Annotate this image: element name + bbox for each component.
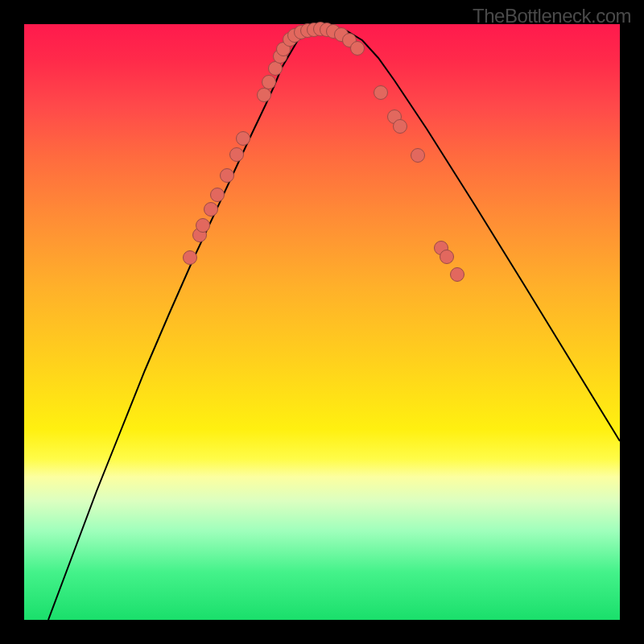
- curve-marker: [269, 62, 283, 76]
- curve-marker: [451, 268, 464, 282]
- curve-marker: [204, 203, 218, 217]
- curve-marker: [184, 251, 197, 265]
- curve-marker: [221, 169, 234, 183]
- curve-marker: [411, 149, 425, 163]
- curve-marker: [374, 86, 388, 100]
- curve-markers: [184, 23, 464, 282]
- chart-frame: TheBottleneck.com: [0, 0, 644, 644]
- curve-marker: [351, 42, 365, 56]
- curve-marker: [258, 89, 271, 102]
- curve-marker: [440, 250, 454, 264]
- curve-marker: [196, 219, 210, 233]
- bottleneck-curve-svg: [24, 24, 620, 620]
- watermark-text: TheBottleneck.com: [473, 5, 631, 27]
- curve-marker: [237, 132, 250, 146]
- curve-marker: [394, 120, 407, 134]
- bottleneck-curve-path: [48, 29, 620, 620]
- curve-marker: [211, 188, 225, 202]
- curve-marker: [230, 148, 244, 162]
- curve-marker: [262, 76, 276, 89]
